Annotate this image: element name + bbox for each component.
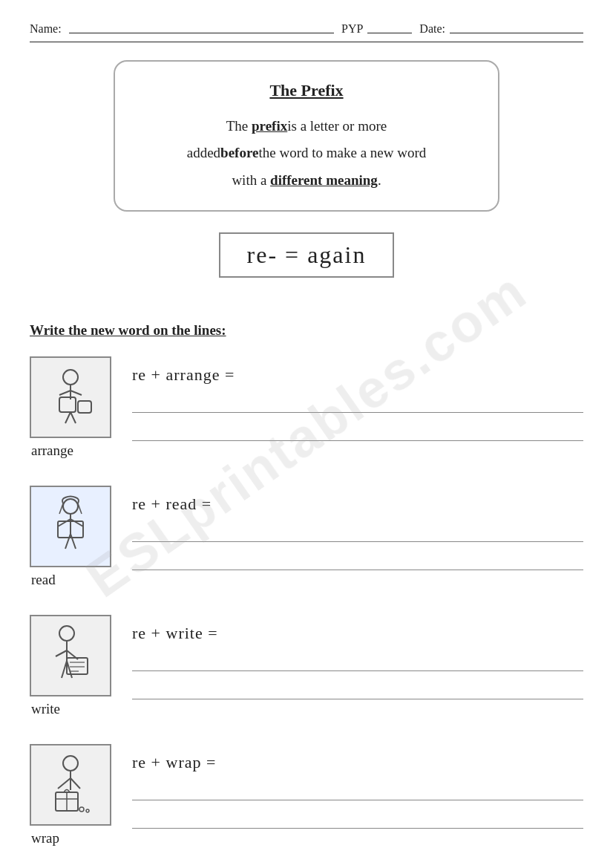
- definition-line3: with a different meaning.: [137, 167, 476, 194]
- pyp-label: PYP: [341, 22, 363, 36]
- header-divider: [30, 42, 583, 42]
- image-read: [30, 486, 111, 567]
- svg-line-7: [71, 412, 76, 423]
- answer-line[interactable]: [132, 808, 583, 829]
- date-section: Date:: [419, 22, 583, 36]
- svg-line-6: [65, 412, 71, 423]
- image-write: [30, 615, 111, 696]
- definition-box: The Prefix The prefixis a letter or more…: [114, 60, 499, 212]
- exercises-container: arrangere + arrange = readre + read =: [30, 356, 583, 846]
- formula-arrange: re + arrange =: [132, 365, 583, 385]
- svg-point-8: [63, 499, 78, 514]
- svg-line-26: [62, 661, 67, 678]
- svg-line-15: [71, 519, 83, 526]
- date-dots: [450, 33, 583, 33]
- img-label-col-arrange: arrange: [30, 356, 119, 459]
- definition-line2: addedbeforethe word to make a new word: [137, 140, 476, 166]
- formula-col-wrap: re + wrap =: [132, 744, 583, 829]
- svg-point-0: [63, 370, 78, 385]
- answer-line[interactable]: [132, 780, 583, 800]
- answer-line[interactable]: [132, 521, 583, 542]
- svg-line-25: [56, 650, 67, 656]
- svg-point-35: [79, 807, 84, 812]
- svg-line-33: [58, 778, 71, 789]
- prefix-display-wrapper: re- = again: [30, 232, 583, 300]
- word-label-read: read: [30, 572, 56, 588]
- answer-line[interactable]: [132, 392, 583, 413]
- exercise-row: arrangere + arrange =: [30, 356, 583, 459]
- formula-col-arrange: re + arrange =: [132, 356, 583, 441]
- img-label-col-write: write: [30, 615, 119, 717]
- img-label-col-wrap: wrap: [30, 744, 119, 846]
- formula-write: re + write =: [132, 624, 583, 643]
- prefix-display: re- = again: [219, 232, 395, 278]
- svg-rect-1: [59, 397, 76, 412]
- image-wrap: [30, 744, 111, 826]
- formula-wrap: re + wrap =: [132, 753, 583, 772]
- svg-line-17: [71, 534, 76, 549]
- word-label-arrange: arrange: [30, 443, 73, 459]
- answer-line[interactable]: [132, 420, 583, 441]
- name-dots: [69, 33, 334, 33]
- header: Name: PYP Date:: [30, 22, 583, 36]
- img-label-col-read: read: [30, 486, 119, 588]
- svg-line-4: [59, 391, 71, 395]
- formula-col-write: re + write =: [132, 615, 583, 699]
- svg-line-14: [58, 519, 71, 526]
- date-label: Date:: [419, 22, 445, 36]
- definition-line1: The prefixis a letter or more: [137, 113, 476, 140]
- exercise-row: wrapre + wrap =: [30, 744, 583, 846]
- answer-lines-wrap: [132, 780, 583, 829]
- word-label-write: write: [30, 701, 60, 717]
- svg-line-34: [71, 778, 80, 789]
- exercise-row: readre + read =: [30, 486, 583, 588]
- pyp-section: PYP: [341, 22, 412, 36]
- diff-meaning: different meaning: [270, 172, 378, 188]
- answer-line[interactable]: [132, 679, 583, 699]
- name-label: Name:: [30, 22, 62, 36]
- svg-point-36: [86, 809, 89, 812]
- svg-point-18: [59, 626, 74, 641]
- word-label-wrap: wrap: [30, 830, 59, 846]
- prefix-word: prefix: [252, 118, 287, 134]
- svg-line-16: [65, 534, 71, 549]
- answer-line[interactable]: [132, 549, 583, 570]
- pyp-dots: [367, 33, 412, 33]
- answer-lines-arrange: [132, 392, 583, 441]
- svg-point-28: [63, 756, 78, 771]
- svg-line-5: [71, 391, 82, 395]
- svg-line-10: [78, 503, 82, 514]
- formula-col-read: re + read =: [132, 486, 583, 570]
- svg-line-9: [59, 503, 63, 514]
- instructions: Write the new word on the lines:: [30, 322, 583, 339]
- image-arrange: [30, 356, 111, 438]
- box-title: The Prefix: [137, 76, 476, 104]
- svg-line-27: [67, 661, 72, 678]
- formula-read: re + read =: [132, 495, 583, 514]
- answer-line[interactable]: [132, 650, 583, 671]
- svg-rect-2: [78, 401, 91, 413]
- exercise-row: writere + write =: [30, 615, 583, 717]
- before-word: before: [220, 145, 258, 160]
- answer-lines-write: [132, 650, 583, 699]
- answer-lines-read: [132, 521, 583, 570]
